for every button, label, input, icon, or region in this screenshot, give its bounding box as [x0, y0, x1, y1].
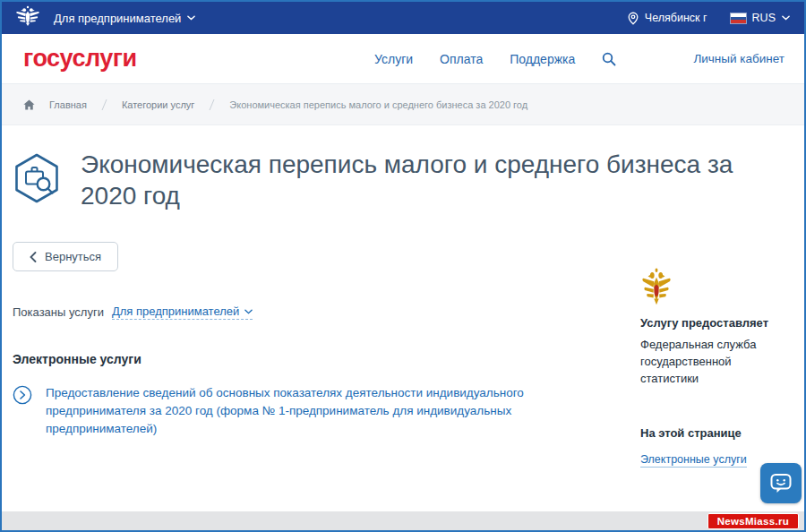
page-root: Для предпринимателей Челябинск г RUS гос… — [0, 0, 806, 532]
provider-name: Федеральная служба государственной стати… — [640, 336, 793, 387]
audience-selector[interactable]: Для предпринимателей — [54, 12, 195, 25]
service-link[interactable]: Предоставление сведений об основных пока… — [46, 384, 561, 438]
provider-coat-of-arms-icon — [640, 296, 673, 309]
nav-services[interactable]: Услуги — [374, 52, 413, 66]
page-title: Экономическая перепись малого и среднего… — [81, 149, 788, 211]
chevron-down-icon — [782, 15, 790, 21]
main-content: Экономическая перепись малого и среднего… — [2, 125, 804, 530]
chevron-left-icon — [30, 252, 37, 262]
breadcrumb: Главная Категории услуг Экономическая пе… — [2, 84, 804, 125]
gosuslugi-logo[interactable]: госуслуги — [23, 45, 137, 73]
sidebar: Услугу предоставляет Федеральная служба … — [640, 267, 800, 468]
filter-audience-dropdown[interactable]: Для предпринимателей — [112, 305, 253, 320]
on-page-link-electronic-services[interactable]: Электронные услуги — [640, 453, 747, 468]
chevron-down-icon — [244, 309, 253, 314]
breadcrumb-home[interactable]: Главная — [49, 99, 87, 110]
language-label: RUS — [752, 12, 776, 24]
breadcrumb-separator — [101, 99, 107, 111]
language-selector[interactable]: RUS — [731, 12, 790, 24]
bottom-strip: NewsMiass.ru — [2, 511, 804, 530]
watermark: NewsMiass.ru — [707, 513, 799, 529]
category-hexagon-icon — [13, 152, 61, 208]
breadcrumb-separator — [209, 99, 215, 111]
location-selector[interactable]: Челябинск г — [628, 12, 707, 25]
nav-support[interactable]: Поддержка — [510, 52, 575, 66]
chevron-down-icon — [187, 15, 195, 21]
chat-widget-button[interactable] — [760, 463, 802, 503]
chat-smiley-icon — [769, 472, 793, 495]
home-icon[interactable] — [23, 99, 35, 110]
back-button[interactable]: Вернуться — [13, 242, 118, 271]
breadcrumb-categories[interactable]: Категории услуг — [122, 99, 194, 110]
provider-heading: Услугу предоставляет — [640, 316, 800, 330]
russian-flag-icon — [731, 13, 746, 23]
coat-of-arms-icon — [14, 5, 41, 30]
site-header: госуслуги Услуги Оплата Поддержка Личный… — [2, 34, 804, 84]
personal-account-link[interactable]: Личный кабинет — [693, 52, 785, 65]
main-nav: Услуги Оплата Поддержка — [374, 34, 616, 83]
location-pin-icon — [628, 12, 639, 25]
filter-value: Для предпринимателей — [112, 305, 239, 318]
back-button-label: Вернуться — [45, 250, 101, 263]
search-icon[interactable] — [602, 52, 616, 66]
filter-label: Показаны услуги — [13, 305, 104, 319]
topbar: Для предпринимателей Челябинск г RUS — [2, 2, 804, 34]
on-this-page-heading: На этой странице — [640, 426, 800, 440]
breadcrumb-current: Экономическая перепись малого и среднего… — [229, 99, 527, 110]
nav-payment[interactable]: Оплата — [440, 52, 483, 66]
location-label: Челябинск г — [645, 12, 707, 24]
circle-arrow-icon — [13, 385, 32, 408]
audience-label: Для предпринимателей — [54, 12, 181, 25]
